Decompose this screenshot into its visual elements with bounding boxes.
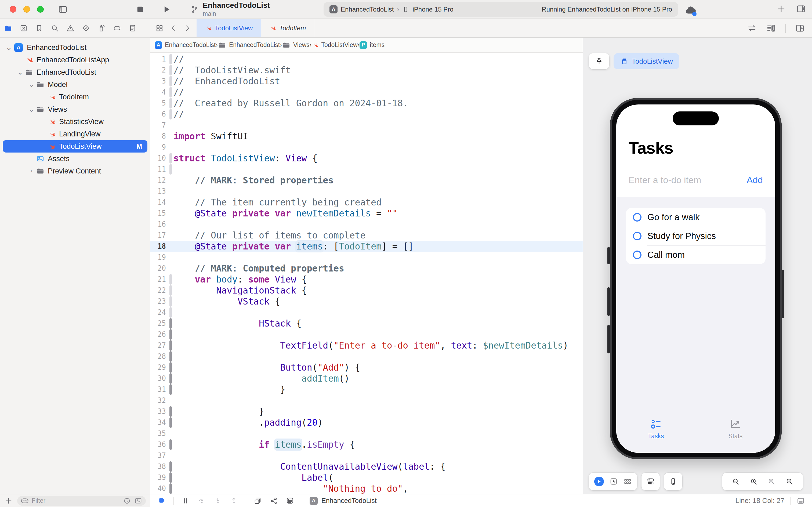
- sidebar-item-landingview[interactable]: LandingView: [3, 128, 148, 140]
- disclosure-chevron-icon[interactable]: ⌄: [4, 45, 13, 50]
- code-line[interactable]: 12 // MARK: Stored properties: [151, 175, 583, 186]
- code-line[interactable]: 19: [151, 252, 583, 263]
- recent-files-icon[interactable]: [123, 497, 131, 505]
- sidebar-item-preview-content[interactable]: ›Preview Content: [3, 165, 148, 177]
- stop-button[interactable]: [135, 4, 145, 14]
- find-navigator-icon[interactable]: [51, 24, 59, 33]
- code-line[interactable]: 14 // The item currently being created: [151, 197, 583, 208]
- test-navigator-icon[interactable]: [81, 24, 90, 33]
- code-line[interactable]: 5// Created by Russell Gordon on 2024-01…: [151, 98, 583, 109]
- code-line[interactable]: 29 Button("Add") {: [151, 362, 583, 373]
- disclosure-chevron-icon[interactable]: ›: [27, 168, 36, 175]
- code-line[interactable]: 4//: [151, 87, 583, 98]
- code-area[interactable]: 1//2// TodoListView.swift3// EnhancedTod…: [151, 53, 583, 494]
- step-out-icon[interactable]: [230, 497, 238, 505]
- toggle-navigator-icon[interactable]: [58, 4, 68, 14]
- todo-list-item[interactable]: Call mom: [626, 245, 765, 264]
- code-line[interactable]: 22 NavigationStack {: [151, 285, 583, 296]
- code-line[interactable]: 30 addItem(): [151, 373, 583, 384]
- issue-navigator-icon[interactable]: [66, 24, 75, 33]
- code-line[interactable]: 7: [151, 120, 583, 131]
- live-preview-button[interactable]: [594, 477, 604, 486]
- scheme-selector[interactable]: A EnhancedTodoList › iPhone 15 Pro Runni…: [324, 2, 678, 17]
- sidebar-item-enhancedtodolist[interactable]: ⌄EnhancedTodoList: [3, 66, 148, 78]
- project-navigator-icon[interactable]: [4, 24, 12, 33]
- environment-overrides-icon[interactable]: [286, 497, 294, 505]
- tab-todolistview[interactable]: TodoListView: [196, 19, 261, 37]
- todo-input-placeholder[interactable]: Enter a to-do item: [629, 175, 701, 185]
- selectable-preview-icon[interactable]: [609, 477, 618, 486]
- swap-editor-icon[interactable]: [747, 23, 757, 33]
- code-line[interactable]: 25 HStack {: [151, 318, 583, 329]
- pause-execution-icon[interactable]: [181, 497, 190, 505]
- filter-options-icon[interactable]: [20, 497, 29, 505]
- tab-todoitem[interactable]: TodoItem: [261, 19, 314, 37]
- debug-navigator-icon[interactable]: [97, 24, 106, 33]
- memory-graph-icon[interactable]: [270, 497, 278, 505]
- add-todo-button[interactable]: Add: [747, 175, 763, 185]
- code-line[interactable]: 28: [151, 351, 583, 362]
- sidebar-item-statisticsview[interactable]: StatisticsView: [3, 115, 148, 128]
- zoom-in-icon[interactable]: [785, 477, 794, 486]
- code-line[interactable]: 27 TextField("Enter a to-do item", text:…: [151, 340, 583, 351]
- disclosure-chevron-icon[interactable]: ⌄: [27, 107, 36, 112]
- code-line[interactable]: 36 if items.isEmpty {: [151, 439, 583, 450]
- sidebar-item-enhancedtodolistapp[interactable]: EnhancedTodoListApp: [3, 54, 148, 66]
- step-into-icon[interactable]: [214, 497, 222, 505]
- todo-checkbox-icon[interactable]: [633, 213, 641, 222]
- forward-icon[interactable]: [183, 24, 192, 33]
- code-line[interactable]: 38 ContentUnavailableView(label: {: [151, 461, 583, 472]
- todo-checkbox-icon[interactable]: [633, 232, 641, 240]
- todo-list-item[interactable]: Go for a walk: [626, 208, 765, 227]
- code-line[interactable]: 40 "Nothing to do",: [151, 483, 583, 494]
- preview-device-icon[interactable]: [669, 477, 678, 486]
- toggle-inspector-icon[interactable]: [796, 4, 806, 14]
- code-line[interactable]: 39 Label(: [151, 472, 583, 483]
- running-process[interactable]: A EnhancedTodoList: [309, 497, 377, 505]
- device-settings-icon[interactable]: [646, 477, 655, 486]
- code-line[interactable]: 23 VStack {: [151, 296, 583, 307]
- code-line[interactable]: 24: [151, 307, 583, 318]
- code-line[interactable]: 1//: [151, 54, 583, 65]
- scheme-device-name[interactable]: iPhone 15 Pro: [412, 6, 453, 13]
- back-icon[interactable]: [169, 24, 178, 33]
- code-line[interactable]: 11: [151, 164, 583, 175]
- code-line[interactable]: 13: [151, 186, 583, 197]
- filter-field[interactable]: Filter: [17, 496, 146, 506]
- close-window-button[interactable]: [10, 6, 16, 13]
- view-debugger-icon[interactable]: [253, 497, 262, 505]
- sidebar-item-enhancedtodolist[interactable]: ⌄AEnhancedTodoList: [3, 41, 148, 54]
- minimize-window-button[interactable]: [23, 6, 30, 13]
- breadcrumb-item-enhancedtodolist[interactable]: AEnhancedTodoList: [155, 41, 216, 49]
- sidebar-item-assets[interactable]: Assets: [3, 153, 148, 165]
- related-items-icon[interactable]: [155, 24, 164, 33]
- zoom-out-icon[interactable]: [732, 477, 740, 486]
- variants-grid-icon[interactable]: [623, 477, 632, 486]
- code-line[interactable]: 37: [151, 450, 583, 461]
- code-line[interactable]: 15 @State private var newItemDetails = "…: [151, 208, 583, 219]
- code-line[interactable]: 32: [151, 395, 583, 406]
- breakpoint-navigator-icon[interactable]: [113, 24, 121, 33]
- step-over-icon[interactable]: [197, 497, 206, 505]
- add-tab-icon[interactable]: [776, 4, 786, 14]
- add-file-icon[interactable]: [4, 497, 13, 505]
- code-line[interactable]: 8import SwiftUI: [151, 131, 583, 142]
- app-tab-tasks[interactable]: Tasks: [616, 417, 696, 440]
- app-tab-stats[interactable]: Stats: [696, 417, 775, 440]
- editor-options-icon[interactable]: [766, 23, 776, 33]
- disclosure-chevron-icon[interactable]: ⌄: [27, 82, 36, 87]
- todo-checkbox-icon[interactable]: [633, 250, 641, 259]
- preview-target-pill[interactable]: TodoListView: [614, 53, 679, 69]
- code-line[interactable]: 34 .padding(20): [151, 417, 583, 428]
- disclosure-chevron-icon[interactable]: ⌄: [15, 69, 25, 75]
- code-line[interactable]: 2// TodoListView.swift: [151, 65, 583, 76]
- add-editor-icon[interactable]: [795, 23, 805, 33]
- editor-only-icon[interactable]: [797, 497, 805, 505]
- scheme-app-name[interactable]: EnhancedTodoList: [341, 6, 394, 13]
- breadcrumb-item-items[interactable]: Pitems: [359, 41, 385, 49]
- run-button[interactable]: [161, 4, 172, 14]
- code-line[interactable]: 21 var body: some View {: [151, 274, 583, 285]
- code-line[interactable]: 31 }: [151, 384, 583, 395]
- zoom-to-fit-icon[interactable]: [767, 477, 776, 486]
- code-line[interactable]: 20 // MARK: Computed properties: [151, 263, 583, 274]
